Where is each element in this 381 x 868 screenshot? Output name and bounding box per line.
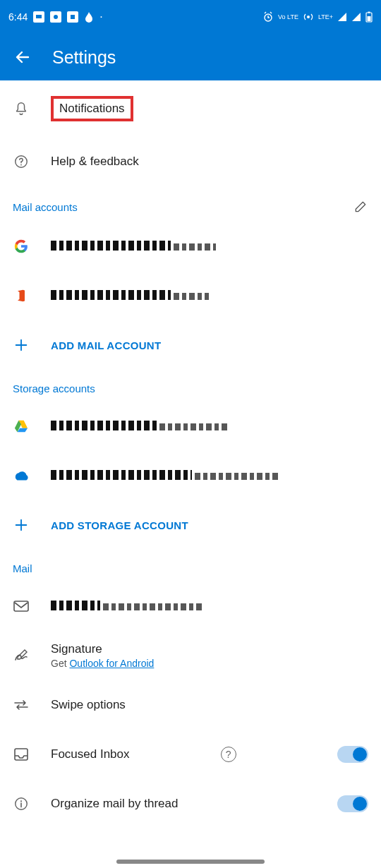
mail-accounts-header: Mail accounts xyxy=(0,186,381,222)
home-indicator xyxy=(116,860,265,864)
mail-accounts-label: Mail accounts xyxy=(13,201,78,213)
google-account-row[interactable] xyxy=(0,222,381,271)
gdrive-icon xyxy=(13,418,30,435)
signature-sub: Get Outlook for Android xyxy=(51,658,154,669)
add-mail-account-button[interactable]: ADD MAIL ACCOUNT xyxy=(0,320,381,370)
office-icon xyxy=(13,287,30,304)
notifications-label: Notifications xyxy=(59,102,125,115)
add-storage-account-button[interactable]: ADD STORAGE ACCOUNT xyxy=(0,500,381,550)
alarm-icon xyxy=(262,11,274,23)
signal-icon-1 xyxy=(337,12,347,22)
plus-icon xyxy=(13,517,30,534)
signature-row[interactable]: Signature Get Outlook for Android xyxy=(0,631,381,680)
gdrive-account-row[interactable] xyxy=(0,402,381,451)
swipe-label: Swipe options xyxy=(51,698,126,712)
plus-icon xyxy=(13,337,30,354)
swipe-options-row[interactable]: Swipe options xyxy=(0,680,381,730)
svg-point-4 xyxy=(307,16,310,18)
svg-point-9 xyxy=(20,164,22,166)
focused-help-button[interactable]: ? xyxy=(221,747,236,762)
office-account-sub xyxy=(174,293,209,300)
info-icon xyxy=(13,795,30,812)
battery-icon xyxy=(365,11,373,23)
message-icon xyxy=(33,11,44,23)
google-icon xyxy=(13,238,30,255)
hotspot-icon xyxy=(303,11,314,23)
office-account-email xyxy=(51,290,171,300)
flame-icon xyxy=(84,11,94,23)
default-mail-row[interactable] xyxy=(0,581,381,631)
help-icon xyxy=(13,153,30,170)
status-time: 6:44 xyxy=(8,11,28,23)
svg-rect-7 xyxy=(368,16,371,21)
storage-accounts-label: Storage accounts xyxy=(13,382,95,394)
edit-accounts-button[interactable] xyxy=(353,199,368,215)
google-account-sub xyxy=(174,243,216,251)
svg-rect-10 xyxy=(14,601,28,611)
onedrive-account-sub xyxy=(195,473,279,480)
organize-thread-row[interactable]: Organize mail by thread xyxy=(0,779,381,828)
help-label: Help & feedback xyxy=(51,155,139,169)
gdrive-account-email xyxy=(51,421,157,430)
add-storage-label: ADD STORAGE ACCOUNT xyxy=(51,519,188,531)
bell-icon xyxy=(13,100,30,117)
signal-icon-2 xyxy=(351,12,361,22)
onedrive-icon xyxy=(13,467,30,484)
default-mail-label xyxy=(51,601,100,610)
add-mail-label: ADD MAIL ACCOUNT xyxy=(51,339,161,351)
envelope-icon xyxy=(13,598,30,615)
app-header: Settings xyxy=(0,34,381,80)
status-bar: 6:44 · Vo LTE LTE+ xyxy=(0,0,381,34)
notifications-highlight: Notifications xyxy=(51,96,133,121)
signature-icon xyxy=(13,647,30,664)
svg-rect-6 xyxy=(368,12,370,13)
svg-point-13 xyxy=(20,800,22,802)
signature-label: Signature xyxy=(51,642,154,656)
focused-inbox-row[interactable]: Focused Inbox ? xyxy=(0,730,381,779)
back-button[interactable] xyxy=(14,48,32,66)
notif-icon-1 xyxy=(50,11,61,23)
svg-rect-2 xyxy=(71,15,75,19)
page-title: Settings xyxy=(52,47,116,68)
onedrive-account-email xyxy=(51,470,192,480)
office-account-row[interactable] xyxy=(0,271,381,320)
default-mail-sub xyxy=(103,603,202,610)
gdrive-account-sub xyxy=(159,423,230,430)
onedrive-account-row[interactable] xyxy=(0,451,381,500)
notifications-row[interactable]: Notifications xyxy=(0,80,381,137)
mail-section-label: Mail xyxy=(13,562,32,574)
google-account-email xyxy=(51,241,171,251)
organize-thread-toggle[interactable] xyxy=(337,795,368,812)
storage-accounts-header: Storage accounts xyxy=(0,370,381,402)
svg-rect-0 xyxy=(36,15,42,18)
outlook-link[interactable]: Outlook for Android xyxy=(69,658,154,669)
volte-label: Vo LTE xyxy=(278,14,298,20)
dot-icon: · xyxy=(99,11,102,23)
thread-label: Organize mail by thread xyxy=(51,797,178,811)
focused-label: Focused Inbox xyxy=(51,747,130,761)
notif-icon-2 xyxy=(67,11,78,23)
mail-section-header: Mail xyxy=(0,550,381,581)
lte-label: LTE+ xyxy=(318,14,333,20)
swipe-icon xyxy=(13,697,30,713)
inbox-icon xyxy=(13,746,30,763)
signature-sub-prefix: Get xyxy=(51,658,69,669)
focused-inbox-toggle[interactable] xyxy=(337,746,368,763)
svg-point-1 xyxy=(54,15,58,19)
help-feedback-row[interactable]: Help & feedback xyxy=(0,137,381,186)
